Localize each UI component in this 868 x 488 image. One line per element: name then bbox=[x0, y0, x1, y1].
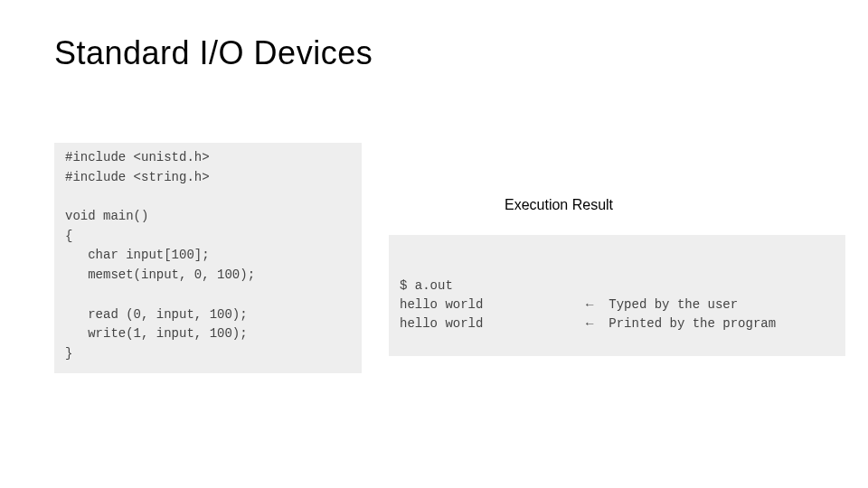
source-code-box: #include <unistd.h> #include <string.h> … bbox=[54, 143, 362, 373]
code-line: char input[100]; bbox=[65, 248, 210, 262]
result-row: hello world ← Printed by the program bbox=[400, 314, 835, 333]
result-output: $ a.out bbox=[400, 277, 586, 296]
code-line: #include <unistd.h> bbox=[65, 150, 210, 164]
code-line: memset(input, 0, 100); bbox=[65, 267, 255, 282]
code-line: void main() bbox=[65, 209, 148, 223]
slide-title: Standard I/O Devices bbox=[54, 34, 373, 72]
result-annotation: ← Typed by the user bbox=[586, 296, 835, 314]
code-line: { bbox=[65, 229, 72, 243]
result-table: $ a.out hello world ← Typed by the user … bbox=[400, 277, 835, 333]
result-row: $ a.out bbox=[400, 277, 835, 296]
code-line: read (0, input, 100); bbox=[65, 307, 248, 322]
result-row: hello world ← Typed by the user bbox=[400, 296, 835, 314]
code-line: } bbox=[65, 346, 72, 361]
result-output: hello world bbox=[400, 296, 586, 314]
execution-result-label: Execution Result bbox=[505, 197, 613, 213]
result-annotation bbox=[586, 277, 835, 296]
code-line: #include <string.h> bbox=[65, 170, 210, 184]
result-output: hello world bbox=[400, 314, 586, 333]
code-line: write(1, input, 100); bbox=[65, 326, 248, 341]
result-annotation: ← Printed by the program bbox=[586, 314, 835, 333]
execution-result-box: $ a.out hello world ← Typed by the user … bbox=[389, 235, 845, 356]
